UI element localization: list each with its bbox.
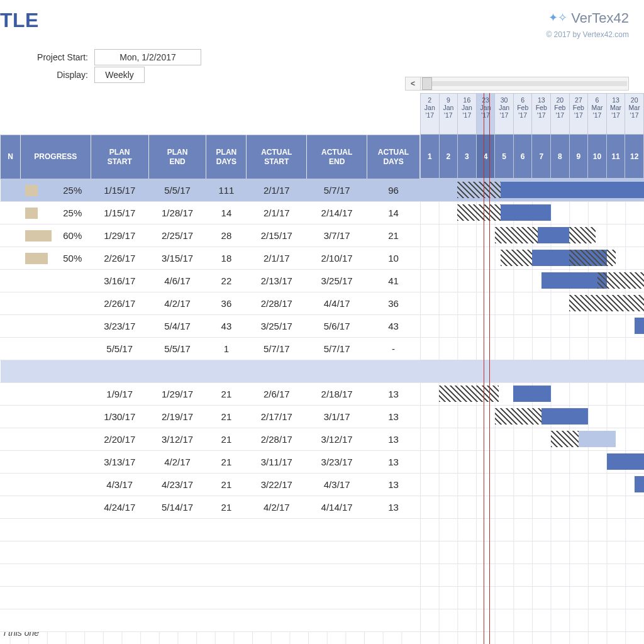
- table-cell[interactable]: [307, 541, 367, 564]
- table-cell[interactable]: [20, 315, 91, 338]
- table-cell[interactable]: 3/25/17: [307, 270, 367, 292]
- table-cell[interactable]: 21: [367, 225, 420, 247]
- table-cell[interactable]: [1, 247, 21, 270]
- table-row[interactable]: [1, 360, 420, 383]
- table-cell[interactable]: 10: [367, 247, 420, 270]
- table-cell[interactable]: 4/4/17: [307, 292, 367, 315]
- table-row[interactable]: [1, 587, 420, 609]
- table-cell[interactable]: [307, 587, 367, 609]
- table-cell[interactable]: [20, 428, 91, 451]
- table-cell[interactable]: 3/23/17: [307, 451, 367, 474]
- table-cell[interactable]: 41: [367, 270, 420, 292]
- table-cell[interactable]: 28: [206, 225, 247, 247]
- table-cell[interactable]: [20, 564, 91, 587]
- table-cell[interactable]: [247, 587, 307, 609]
- table-cell[interactable]: [1, 270, 21, 292]
- table-cell[interactable]: [1, 564, 21, 587]
- table-cell[interactable]: 36: [367, 292, 420, 315]
- table-cell[interactable]: 4/3/17: [91, 474, 148, 496]
- table-cell[interactable]: 13: [367, 451, 420, 474]
- table-cell[interactable]: [206, 564, 247, 587]
- table-cell[interactable]: [1, 541, 21, 564]
- project-start-input[interactable]: Mon, 1/2/2017: [94, 49, 201, 65]
- table-cell[interactable]: [91, 564, 148, 587]
- table-cell[interactable]: 13: [367, 383, 420, 406]
- table-cell[interactable]: [367, 519, 420, 541]
- table-cell[interactable]: 1/15/17: [91, 179, 148, 202]
- table-cell[interactable]: 96: [367, 179, 420, 202]
- table-cell[interactable]: 21: [206, 428, 247, 451]
- table-row[interactable]: 2/20/173/12/17212/28/173/12/1713: [1, 428, 420, 451]
- table-cell[interactable]: 3/22/17: [247, 474, 307, 496]
- table-cell[interactable]: [206, 541, 247, 564]
- table-cell[interactable]: 36: [206, 292, 247, 315]
- table-cell[interactable]: [91, 609, 148, 632]
- table-cell[interactable]: 1: [206, 338, 247, 360]
- table-cell[interactable]: [307, 609, 367, 632]
- table-cell[interactable]: [20, 587, 91, 609]
- table-cell[interactable]: [20, 496, 91, 519]
- table-cell[interactable]: 43: [367, 315, 420, 338]
- table-cell[interactable]: [1, 474, 21, 496]
- table-cell[interactable]: [307, 564, 367, 587]
- table-cell[interactable]: [307, 360, 367, 383]
- table-cell[interactable]: [148, 541, 206, 564]
- table-cell[interactable]: 22: [206, 270, 247, 292]
- table-cell[interactable]: [1, 496, 21, 519]
- table-cell[interactable]: 3/16/17: [91, 270, 148, 292]
- table-cell[interactable]: [1, 225, 21, 247]
- table-cell[interactable]: [367, 609, 420, 632]
- table-cell[interactable]: [247, 609, 307, 632]
- table-cell[interactable]: [247, 360, 307, 383]
- table-cell[interactable]: [1, 383, 21, 406]
- table-cell[interactable]: 2/1/17: [247, 247, 307, 270]
- table-cell[interactable]: 14: [367, 202, 420, 225]
- table-cell[interactable]: [1, 609, 21, 632]
- table-cell[interactable]: 13: [367, 474, 420, 496]
- table-cell[interactable]: 1/29/17: [148, 383, 206, 406]
- table-cell[interactable]: [367, 541, 420, 564]
- table-cell[interactable]: [20, 474, 91, 496]
- table-row[interactable]: 50%2/26/173/15/17182/1/172/10/1710: [1, 247, 420, 270]
- table-cell[interactable]: 4/2/17: [247, 496, 307, 519]
- table-cell[interactable]: [148, 609, 206, 632]
- table-cell[interactable]: 60%: [20, 225, 91, 247]
- table-cell[interactable]: [1, 451, 21, 474]
- table-cell[interactable]: 5/5/17: [148, 338, 206, 360]
- table-cell[interactable]: 2/26/17: [91, 247, 148, 270]
- table-cell[interactable]: [148, 564, 206, 587]
- table-cell[interactable]: [20, 541, 91, 564]
- table-cell[interactable]: 5/7/17: [307, 179, 367, 202]
- table-cell[interactable]: 25%: [20, 202, 91, 225]
- timeline-scrollbar[interactable]: <: [405, 77, 629, 91]
- table-cell[interactable]: 3/25/17: [247, 315, 307, 338]
- table-cell[interactable]: [367, 360, 420, 383]
- table-cell[interactable]: 2/6/17: [247, 383, 307, 406]
- table-cell[interactable]: 1/9/17: [91, 383, 148, 406]
- table-cell[interactable]: 3/11/17: [247, 451, 307, 474]
- table-row[interactable]: 3/16/174/6/17222/13/173/25/1741: [1, 270, 420, 292]
- table-cell[interactable]: 18: [206, 247, 247, 270]
- table-cell[interactable]: 13: [367, 496, 420, 519]
- table-row[interactable]: [1, 541, 420, 564]
- table-cell[interactable]: 2/1/17: [247, 202, 307, 225]
- table-cell[interactable]: 2/17/17: [247, 406, 307, 428]
- table-cell[interactable]: [367, 587, 420, 609]
- table-cell[interactable]: 2/28/17: [247, 428, 307, 451]
- table-cell[interactable]: 25%: [20, 179, 91, 202]
- table-cell[interactable]: [20, 338, 91, 360]
- table-cell[interactable]: 21: [206, 406, 247, 428]
- table-cell[interactable]: 2/19/17: [148, 406, 206, 428]
- table-cell[interactable]: [91, 519, 148, 541]
- table-cell[interactable]: 2/26/17: [91, 292, 148, 315]
- table-cell[interactable]: 3/7/17: [307, 225, 367, 247]
- table-cell[interactable]: 2/10/17: [307, 247, 367, 270]
- table-cell[interactable]: [1, 315, 21, 338]
- table-cell[interactable]: 21: [206, 496, 247, 519]
- table-cell[interactable]: [1, 179, 21, 202]
- scroll-thumb[interactable]: [422, 77, 432, 90]
- table-cell[interactable]: [1, 428, 21, 451]
- table-cell[interactable]: 1/28/17: [148, 202, 206, 225]
- table-cell[interactable]: 3/23/17: [91, 315, 148, 338]
- table-cell[interactable]: 1/15/17: [91, 202, 148, 225]
